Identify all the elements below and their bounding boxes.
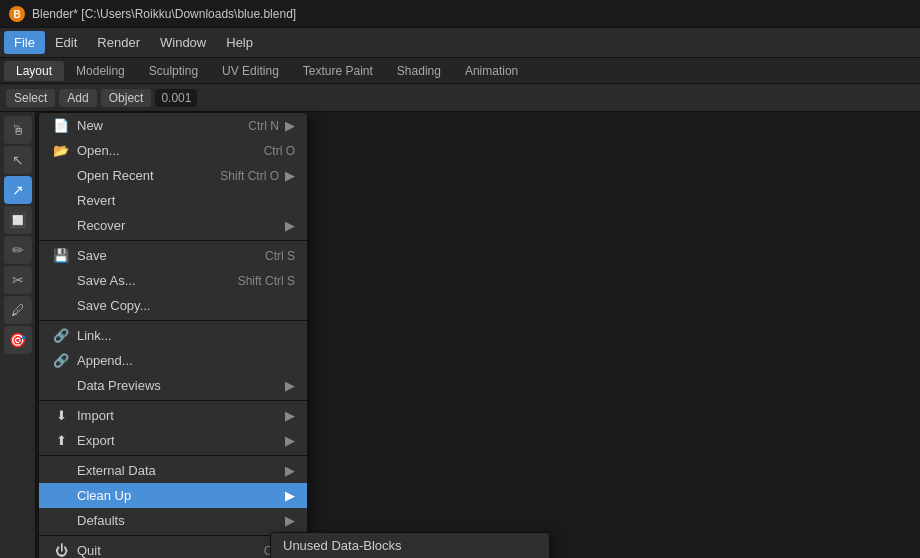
menu-item-defaults[interactable]: Defaults ▶ [39, 508, 307, 533]
arrow-icon: ▶ [285, 433, 295, 448]
menu-item-save-as[interactable]: Save As... Shift Ctrl S [39, 268, 307, 293]
menu-item-save[interactable]: 💾 Save Ctrl S [39, 243, 307, 268]
append-icon: 🔗 [51, 353, 71, 368]
sidebar-transform-icon[interactable]: 🔲 [4, 206, 32, 234]
menu-item-save-copy[interactable]: Save Copy... [39, 293, 307, 318]
arrow-icon: ▶ [285, 218, 295, 233]
menu-file[interactable]: File [4, 31, 45, 54]
svg-text:B: B [13, 9, 20, 20]
link-icon: 🔗 [51, 328, 71, 343]
left-sidebar: 🖱 ↖ ↗ 🔲 ✏ ✂ 🖊 🎯 [0, 112, 36, 558]
separator [39, 320, 307, 321]
sidebar-annotate-icon[interactable]: ✏ [4, 236, 32, 264]
import-icon: ⬇ [51, 408, 71, 423]
menu-item-revert[interactable]: Revert [39, 188, 307, 213]
menu-window[interactable]: Window [150, 31, 216, 54]
select-button[interactable]: Select [6, 89, 55, 107]
cleanup-submenu: Unused Data-Blocks Recursive Unused Data… [270, 532, 550, 558]
submenu-item-unused-datablocks[interactable]: Unused Data-Blocks [271, 533, 549, 558]
menu-item-external-data[interactable]: External Data ▶ [39, 458, 307, 483]
value-display: 0.001 [155, 89, 197, 107]
tab-sculpting[interactable]: Sculpting [137, 61, 210, 81]
sidebar-select-icon[interactable]: ↖ [4, 146, 32, 174]
arrow-icon: ▶ [285, 408, 295, 423]
menu-item-open-recent[interactable]: Open Recent Shift Ctrl O ▶ [39, 163, 307, 188]
arrow-icon: ▶ [285, 118, 295, 133]
quit-icon: ⏻ [51, 543, 71, 558]
file-dropdown-menu: 📄 New Ctrl N ▶ 📂 Open... Ctrl O Open Rec… [38, 112, 308, 558]
tab-animation[interactable]: Animation [453, 61, 530, 81]
sidebar-cursor-icon[interactable]: 🖱 [4, 116, 32, 144]
add-button[interactable]: Add [59, 89, 96, 107]
menu-item-export[interactable]: ⬆ Export ▶ [39, 428, 307, 453]
object-button[interactable]: Object [101, 89, 152, 107]
menu-item-cleanup[interactable]: Clean Up ▶ [39, 483, 307, 508]
menu-item-append[interactable]: 🔗 Append... [39, 348, 307, 373]
sidebar-move-icon[interactable]: ↗ [4, 176, 32, 204]
menu-render[interactable]: Render [87, 31, 150, 54]
separator [39, 400, 307, 401]
menu-help[interactable]: Help [216, 31, 263, 54]
sidebar-object-icon[interactable]: 🎯 [4, 326, 32, 354]
separator [39, 455, 307, 456]
tab-texture-paint[interactable]: Texture Paint [291, 61, 385, 81]
menu-edit[interactable]: Edit [45, 31, 87, 54]
window-title: Blender* [C:\Users\Roikku\Downloads\blue… [32, 7, 296, 21]
menu-item-data-previews[interactable]: Data Previews ▶ [39, 373, 307, 398]
separator [39, 240, 307, 241]
menu-bar: File Edit Render Window Help [0, 28, 920, 58]
menu-item-new[interactable]: 📄 New Ctrl N ▶ [39, 113, 307, 138]
sidebar-measure-icon[interactable]: ✂ [4, 266, 32, 294]
tab-modeling[interactable]: Modeling [64, 61, 137, 81]
menu-item-link[interactable]: 🔗 Link... [39, 323, 307, 348]
title-bar: B Blender* [C:\Users\Roikku\Downloads\bl… [0, 0, 920, 28]
menu-item-open[interactable]: 📂 Open... Ctrl O [39, 138, 307, 163]
separator [39, 535, 307, 536]
workspace-tabs: Layout Modeling Sculpting UV Editing Tex… [0, 58, 920, 84]
save-icon: 💾 [51, 248, 71, 263]
tab-uv-editing[interactable]: UV Editing [210, 61, 291, 81]
arrow-icon: ▶ [285, 168, 295, 183]
blender-logo-icon: B [8, 5, 26, 23]
open-icon: 📂 [51, 143, 71, 158]
sidebar-add-icon[interactable]: 🖊 [4, 296, 32, 324]
menu-item-import[interactable]: ⬇ Import ▶ [39, 403, 307, 428]
menu-item-quit[interactable]: ⏻ Quit Ctrl Q [39, 538, 307, 558]
arrow-icon: ▶ [285, 378, 295, 393]
tab-shading[interactable]: Shading [385, 61, 453, 81]
tab-layout[interactable]: Layout [4, 61, 64, 81]
menu-item-recover[interactable]: Recover ▶ [39, 213, 307, 238]
main-area: 🖱 ↖ ↗ 🔲 ✏ ✂ 🖊 🎯 📄 New Ctrl N ▶ 📂 Open...… [0, 112, 920, 558]
arrow-icon: ▶ [285, 488, 295, 503]
toolbar-row: Select Add Object 0.001 [0, 84, 920, 112]
export-icon: ⬆ [51, 433, 71, 448]
arrow-icon: ▶ [285, 463, 295, 478]
new-icon: 📄 [51, 118, 71, 133]
arrow-icon: ▶ [285, 513, 295, 528]
